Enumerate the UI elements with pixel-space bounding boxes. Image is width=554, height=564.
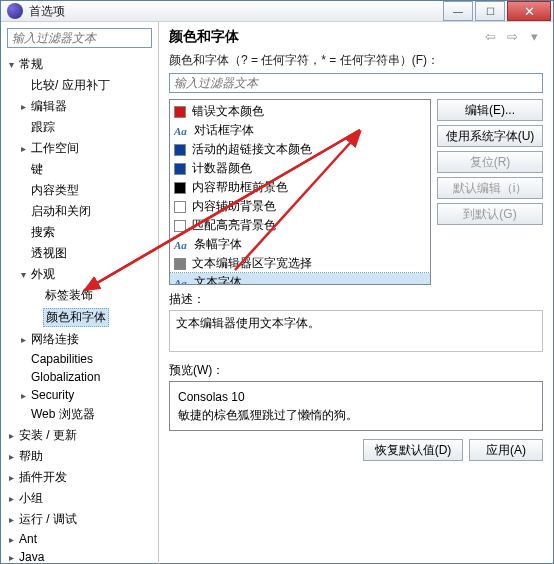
list-item-label: 文本字体: [194, 274, 242, 285]
list-item-label: 错误文本颜色: [192, 103, 264, 120]
tree-node-label: 搜索: [29, 224, 57, 241]
expand-icon[interactable]: ▸: [5, 472, 17, 483]
tree-node[interactable]: ▾外观: [5, 264, 158, 285]
minimize-button[interactable]: —: [443, 1, 473, 21]
tree-node[interactable]: ▸网络连接: [5, 329, 158, 350]
close-button[interactable]: ✕: [507, 1, 551, 21]
tree-node[interactable]: ▸Security: [5, 386, 158, 404]
page-title: 颜色和字体: [169, 28, 477, 46]
tree-node[interactable]: ▸插件开发: [5, 467, 158, 488]
tree-node[interactable]: ▸运行 / 调试: [5, 509, 158, 530]
tree-node-label: Ant: [17, 532, 39, 546]
list-item[interactable]: 内容帮助框前景色: [170, 178, 430, 197]
tree-node[interactable]: Globalization: [5, 368, 158, 386]
default-edit-button[interactable]: 默认编辑（i）: [437, 177, 543, 199]
collapse-icon[interactable]: ▾: [17, 269, 29, 280]
tree-node-label: Java: [17, 550, 46, 564]
color-font-list[interactable]: 错误文本颜色Aa对话框字体活动的超链接文本颜色计数器颜色内容帮助框前景色内容辅助…: [169, 99, 431, 285]
tree-node-label: 插件开发: [17, 469, 69, 486]
tree-node[interactable]: 透视图: [5, 243, 158, 264]
app-icon: [7, 3, 23, 19]
preview-box: Consolas 10 敏捷的棕色狐狸跳过了懒惰的狗。: [169, 381, 543, 431]
nav-back-icon[interactable]: ⇦: [481, 29, 499, 45]
tree-node-label: Capabilities: [29, 352, 95, 366]
list-item[interactable]: 内容辅助背景色: [170, 197, 430, 216]
tree-node-label: 标签装饰: [43, 287, 95, 304]
expand-icon[interactable]: ▸: [5, 493, 17, 504]
tree-node-label: 帮助: [17, 448, 45, 465]
expand-icon[interactable]: ▸: [5, 534, 17, 545]
tree-node[interactable]: 键: [5, 159, 158, 180]
tree-node[interactable]: ▸安装 / 更新: [5, 425, 158, 446]
menu-dropdown-icon[interactable]: ▾: [525, 29, 543, 45]
tree-node-label: 网络连接: [29, 331, 81, 348]
tree-node-label: 常规: [17, 56, 45, 73]
list-item[interactable]: 活动的超链接文本颜色: [170, 140, 430, 159]
tree-node[interactable]: ▸工作空间: [5, 138, 158, 159]
tree-node[interactable]: ▸Ant: [5, 530, 158, 548]
tree-node[interactable]: 标签装饰: [5, 285, 158, 306]
edit-button[interactable]: 编辑(E)...: [437, 99, 543, 121]
list-item-label: 计数器颜色: [192, 160, 252, 177]
tree-node[interactable]: 启动和关闭: [5, 201, 158, 222]
font-icon: Aa: [174, 125, 188, 137]
list-item[interactable]: 计数器颜色: [170, 159, 430, 178]
color-font-filter-input[interactable]: [169, 73, 543, 93]
list-item[interactable]: Aa条幅字体: [170, 235, 430, 254]
color-swatch-icon: [174, 258, 186, 270]
tree-node[interactable]: ▾常规: [5, 54, 158, 75]
sidebar: ▾常规比较/ 应用补丁▸编辑器跟踪▸工作空间键内容类型启动和关闭搜索透视图▾外观…: [1, 22, 159, 564]
color-swatch-icon: [174, 163, 186, 175]
tree-node[interactable]: ▸小组: [5, 488, 158, 509]
list-item-label: 内容辅助背景色: [192, 198, 276, 215]
to-default-button[interactable]: 到默认(G): [437, 203, 543, 225]
tree-node[interactable]: ▸编辑器: [5, 96, 158, 117]
color-swatch-icon: [174, 220, 186, 232]
list-item[interactable]: Aa对话框字体: [170, 121, 430, 140]
tree-node[interactable]: Capabilities: [5, 350, 158, 368]
tree-node-label: 工作空间: [29, 140, 81, 157]
tree-node[interactable]: 跟踪: [5, 117, 158, 138]
tree-node[interactable]: Web 浏览器: [5, 404, 158, 425]
list-item[interactable]: Aa文本字体: [170, 273, 430, 285]
expand-icon[interactable]: ▸: [17, 390, 29, 401]
tree-node-label: 运行 / 调试: [17, 511, 79, 528]
tree-node-label: Web 浏览器: [29, 406, 97, 423]
expand-icon[interactable]: ▸: [5, 552, 17, 563]
reset-button[interactable]: 复位(R): [437, 151, 543, 173]
expand-icon[interactable]: ▸: [5, 451, 17, 462]
expand-icon[interactable]: ▸: [17, 101, 29, 112]
window-title: 首选项: [29, 3, 441, 20]
description-box: 文本编辑器使用文本字体。: [169, 310, 543, 352]
sidebar-filter-input[interactable]: [7, 28, 152, 48]
expand-icon[interactable]: ▸: [17, 334, 29, 345]
collapse-icon[interactable]: ▾: [5, 59, 17, 70]
preview-font-name: Consolas 10: [178, 388, 534, 406]
tree-node[interactable]: 比较/ 应用补丁: [5, 75, 158, 96]
list-item-label: 文本编辑器区字宽选择: [192, 255, 312, 272]
tree-node[interactable]: 搜索: [5, 222, 158, 243]
preference-tree[interactable]: ▾常规比较/ 应用补丁▸编辑器跟踪▸工作空间键内容类型启动和关闭搜索透视图▾外观…: [1, 52, 158, 564]
tree-node[interactable]: ▸Java: [5, 548, 158, 564]
tree-node-label: 外观: [29, 266, 57, 283]
tree-node-label: Globalization: [29, 370, 102, 384]
tree-node[interactable]: ▸帮助: [5, 446, 158, 467]
apply-button[interactable]: 应用(A): [469, 439, 543, 461]
expand-icon[interactable]: ▸: [5, 514, 17, 525]
list-item[interactable]: 文本编辑器区字宽选择: [170, 254, 430, 273]
tree-node[interactable]: 颜色和字体: [5, 306, 158, 329]
tree-node-label: 跟踪: [29, 119, 57, 136]
tree-node-label: 比较/ 应用补丁: [29, 77, 112, 94]
tree-node[interactable]: 内容类型: [5, 180, 158, 201]
font-icon: Aa: [174, 239, 188, 251]
expand-icon[interactable]: ▸: [17, 143, 29, 154]
list-item[interactable]: 匹配高亮背景色: [170, 216, 430, 235]
tree-node-label: Security: [29, 388, 76, 402]
maximize-button[interactable]: ☐: [475, 1, 505, 21]
use-system-font-button[interactable]: 使用系统字体(U): [437, 125, 543, 147]
list-item-label: 条幅字体: [194, 236, 242, 253]
nav-forward-icon[interactable]: ⇨: [503, 29, 521, 45]
restore-defaults-button[interactable]: 恢复默认值(D): [363, 439, 463, 461]
list-item[interactable]: 错误文本颜色: [170, 102, 430, 121]
expand-icon[interactable]: ▸: [5, 430, 17, 441]
